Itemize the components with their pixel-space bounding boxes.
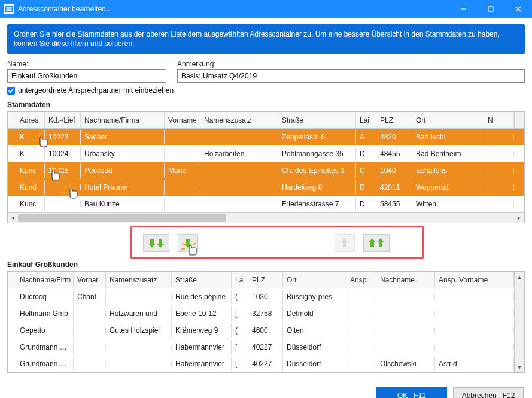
cancel-button[interactable]: Abbrechen F12 <box>453 387 524 398</box>
col-strasse[interactable]: Straße <box>172 272 232 288</box>
note-label: Anmerkung: <box>177 60 525 68</box>
col-strasse[interactable]: Straße <box>278 112 356 128</box>
top-grid-hscroll[interactable]: ◄► <box>8 212 524 223</box>
table-row[interactable]: K10023SacherZeppelinstr. 6A4820Bad Ischl <box>8 129 524 145</box>
col-next[interactable]: N <box>484 112 514 128</box>
move-up-button[interactable] <box>335 234 355 252</box>
info-banner: Ordnen Sie hier die Stammdaten aus der o… <box>7 24 525 54</box>
col-kd[interactable]: Kd.-/Lief <box>45 112 81 128</box>
top-grid-header[interactable]: Adres Kd.-/Lief Nachname/Firma Vorname N… <box>8 112 524 129</box>
window-title: Adresscontainer bearbeiten... <box>18 5 449 13</box>
include-subcontacts-label: untergeordnete Ansprechpartner mit einbe… <box>18 86 174 95</box>
col-land[interactable]: Lai <box>356 112 376 128</box>
col-namenszusatz[interactable]: Namenszusatz <box>106 272 172 288</box>
include-subcontacts-checkbox[interactable] <box>7 87 15 95</box>
col-vorname[interactable]: Vorname <box>165 112 200 128</box>
name-label: Name: <box>7 60 166 68</box>
col-nachname[interactable]: Nachname/Firma <box>81 112 165 128</box>
svg-line-22 <box>193 243 196 245</box>
col-ansp[interactable]: Ansp. <box>346 272 376 288</box>
table-row[interactable]: Kunc10025PeccoudMarieCh. des Epinettes 3… <box>8 162 524 179</box>
table-row[interactable]: K10024UrbanskyHolzarbeitenPohlmanngasse … <box>8 145 524 162</box>
move-down-button[interactable] <box>178 234 198 252</box>
move-all-down-button[interactable] <box>143 234 169 252</box>
table-row[interactable]: KuncBau KunzeFriedensstrasse 7D58455Witt… <box>8 196 524 212</box>
col-nachname[interactable]: Nachname/Firm <box>8 272 74 288</box>
svg-rect-2 <box>7 8 12 9</box>
col-land[interactable]: La <box>232 272 248 288</box>
col-ansp-vorname[interactable]: Ansp. Vorname <box>435 272 514 288</box>
app-icon <box>4 4 14 14</box>
move-button-bar <box>7 223 525 260</box>
name-input[interactable] <box>7 69 166 83</box>
col-ansp-nachname[interactable]: Nachname <box>376 272 435 288</box>
stammdaten-grid[interactable]: Adres Kd.-/Lief Nachname/Firma Vorname N… <box>7 111 525 223</box>
ok-button[interactable]: OK F11 <box>376 387 447 398</box>
table-row[interactable]: DucrocqChantRue des pépine(1030Bussigny-… <box>8 288 514 305</box>
cancel-rest: bbrechen <box>467 391 497 398</box>
bottom-grid-vscroll[interactable]: ▲▼ <box>514 272 524 372</box>
container-grid[interactable]: Nachname/Firm Vornar Namenszusatz Straße… <box>7 271 525 373</box>
table-row[interactable]: Holtmann GmbHolzwaren undEberle 10-12[32… <box>8 305 514 322</box>
col-namenszusatz[interactable]: Namenszusatz <box>200 112 278 128</box>
move-all-up-button[interactable] <box>363 234 390 252</box>
table-row[interactable]: Grundmann WeHabermannvier[40227Düsseldor… <box>8 339 514 356</box>
dialog-footer: OK F11 Abbrechen F12 <box>0 380 532 398</box>
maximize-button[interactable] <box>477 0 504 18</box>
col-plz[interactable]: PLZ <box>248 272 283 288</box>
minimize-button[interactable] <box>449 0 477 18</box>
top-grid-title: Stammdaten <box>7 101 525 109</box>
table-row[interactable]: KundHotel PraunerHardelweg 8D42011Wupper… <box>8 179 524 196</box>
bottom-grid-header[interactable]: Nachname/Firm Vornar Namenszusatz Straße… <box>8 272 514 288</box>
note-input[interactable] <box>177 69 525 83</box>
close-button[interactable] <box>504 0 532 18</box>
col-ort[interactable]: Ort <box>412 112 484 128</box>
table-row[interactable]: GepettoGutes HolzspielKrämerweg 9(4600Ol… <box>8 322 514 339</box>
cancel-mnemonic: A <box>462 391 467 398</box>
bottom-grid-title: Einkauf Großkunden <box>7 260 525 269</box>
svg-rect-5 <box>488 7 493 11</box>
col-ort[interactable]: Ort <box>283 272 346 288</box>
svg-rect-1 <box>7 7 12 8</box>
table-row[interactable]: Grundmann WeHabermannvier[40227Düsseldor… <box>8 356 514 372</box>
titlebar: Adresscontainer bearbeiten... <box>0 0 532 18</box>
svg-rect-3 <box>7 10 12 11</box>
col-vorname[interactable]: Vornar <box>74 272 106 288</box>
col-plz[interactable]: PLZ <box>376 112 412 128</box>
col-adres[interactable]: Adres <box>8 112 45 128</box>
